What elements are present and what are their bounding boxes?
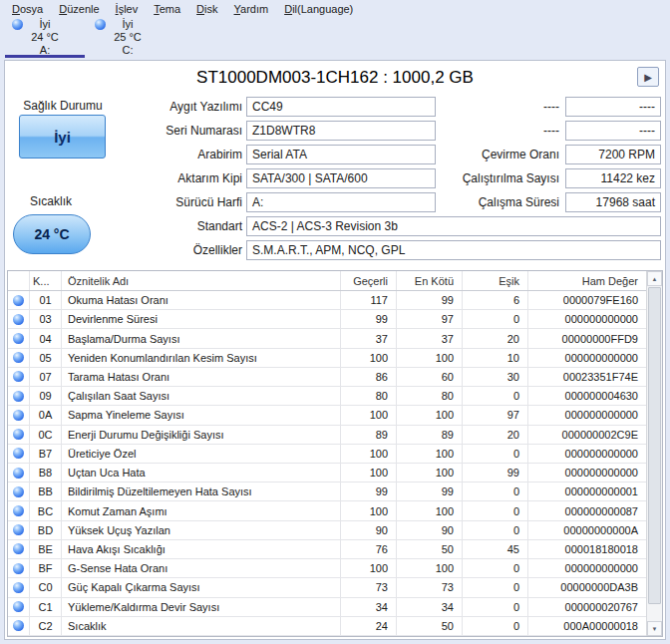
table-scrollbar[interactable]: ▲ ▼ [646,271,662,636]
attr-id: B7 [30,445,62,463]
smart-row-BD[interactable]: BDYüksek Uçuş Yazılan9090000000000000A [8,521,646,540]
header-status-column[interactable] [8,271,30,290]
attr-worst: 100 [397,501,463,519]
attr-id: B8 [30,464,62,482]
attr-raw-value: 000000000087 [528,501,646,519]
status-cell [8,387,30,405]
menu-item-0[interactable]: Dosya [4,2,51,16]
temperature-button[interactable]: 24 °C [13,214,91,254]
info-value: ---- [565,121,661,141]
status-cell [8,578,30,596]
attr-name: Sıcaklık [62,617,341,635]
menu-item-6[interactable]: Dil(Language) [276,2,361,16]
menu-item-3[interactable]: Tema [146,2,188,16]
menu-item-4[interactable]: Disk [188,2,225,16]
smart-row-BB[interactable]: BBBildirilmiş Düzeltilemeyen Hata Sayısı… [8,483,646,501]
info-value: S.M.A.R.T., APM, NCQ, GPL [246,240,661,260]
header-raw-value[interactable]: Ham Değer [528,271,646,290]
header-threshold[interactable]: Eşik [463,271,528,290]
status-good-icon [13,410,24,421]
attr-worst: 100 [397,559,463,577]
smart-row-05[interactable]: 05Yeniden Konumlandırılan Kesim Sayısı10… [8,349,646,368]
attr-worst: 60 [397,368,463,386]
status-cell [8,310,30,328]
attr-worst: 34 [397,598,463,616]
attr-current: 86 [341,368,397,386]
smart-row-B7[interactable]: B7Üreticiye Özel1001000000000000000 [8,445,646,464]
header-current[interactable]: Geçerli [341,271,397,290]
attr-threshold: 0 [463,617,528,635]
smart-row-B8[interactable]: B8Uçtan Uca Hata10010099000000000000 [8,464,646,483]
attr-worst: 90 [397,521,463,539]
info-value: Serial ATA [246,145,436,164]
attr-worst: 37 [397,329,463,347]
scroll-up-icon[interactable]: ▲ [647,271,662,286]
status-good-icon [13,505,24,516]
header-worst[interactable]: En Kötü [397,271,463,290]
attr-worst: 100 [397,406,463,424]
header-attribute-name[interactable]: Öznitelik Adı [62,271,341,290]
graph-button[interactable]: ▶ [637,67,659,87]
attr-name: Güç Kapalı Çıkarma Sayısı [62,578,341,596]
drive-selection-bar: İyi24 °CA:İyi25 °CC: [0,17,670,58]
attr-name: Tarama Hatası Oranı [62,368,341,386]
smart-row-07[interactable]: 07Tarama Hatası Oranı86603000023351F74E [8,368,646,387]
info-value: Z1D8WTR8 [246,121,436,141]
attr-current: 34 [341,598,397,616]
drive-tab-1[interactable]: İyi25 °CC: [88,17,168,58]
menu-item-2[interactable]: İşlev [108,2,147,16]
drive-letter-text: A: [5,44,85,57]
attr-current: 90 [341,521,397,539]
attr-threshold: 99 [463,464,528,482]
smart-row-BC[interactable]: BCKomut Zaman Aşımı1001000000000000087 [8,501,646,520]
menu-item-1[interactable]: Düzenle [51,2,107,16]
scrollbar-thumb[interactable] [648,287,661,604]
drive-status-icon [95,19,106,30]
header-id[interactable]: K... [30,271,62,290]
status-cell [8,329,30,347]
attr-threshold: 0 [463,483,528,500]
attr-name: Sapma Yineleme Sayısı [62,406,341,424]
attr-threshold: 97 [463,406,528,424]
attr-raw-value: 00000000FFD9 [528,329,646,347]
attr-raw-value: 000000000000 [528,559,646,577]
status-cell [8,598,30,616]
smart-row-BF[interactable]: BFG-Sense Hata Oranı1001000000000000000 [8,559,646,578]
smart-row-C1[interactable]: C1Yükleme/Kaldırma Devir Sayısı343400000… [8,598,646,617]
status-cell [8,559,30,577]
attr-raw-value: 000000000000 [528,445,646,463]
attr-worst: 73 [397,578,463,596]
disk-title: ST1000DM003-1CH162 : 1000,2 GB [5,63,665,88]
attr-id: 03 [30,310,62,328]
smart-row-BE[interactable]: BEHava Akışı Sıcaklığı765045000018180018 [8,540,646,559]
attr-id: C2 [30,617,62,635]
smart-row-04[interactable]: 04Başlama/Durma Sayısı37372000000000FFD9 [8,329,646,348]
status-cell [8,464,30,482]
drive-status-icon [12,19,23,30]
smart-row-0A[interactable]: 0ASapma Yineleme Sayısı10010097000000000… [8,406,646,425]
drive-tab-0[interactable]: İyi24 °CA: [5,17,85,58]
attr-id: BC [30,501,62,519]
smart-row-C0[interactable]: C0Güç Kapalı Çıkarma Sayısı7373000000000… [8,578,646,597]
attr-worst: 80 [397,387,463,405]
attr-worst: 99 [397,291,463,309]
main-panel: ST1000DM003-1CH162 : 1000,2 GB ▶ Sağlık … [4,60,666,640]
attr-id: BB [30,483,62,500]
smart-row-C2[interactable]: C2Sıcaklık24500000A00000018 [8,617,646,636]
attr-id: 0C [30,426,62,444]
smart-row-0C[interactable]: 0CEnerji Durumu Değişikliği Sayısı898920… [8,426,646,445]
attr-name: Bildirilmiş Düzeltilemeyen Hata Sayısı [62,483,341,500]
attr-worst: 100 [397,464,463,482]
info-label: Standart [101,216,242,236]
attr-current: 100 [341,501,397,519]
menu-bar: DosyaDüzenleİşlevTemaDiskYardımDil(Langu… [0,0,670,17]
smart-row-03[interactable]: 03Devirlenme Süresi99970000000000000 [8,310,646,329]
smart-row-01[interactable]: 01Okuma Hatası Oranı1179960000079FE160 [8,291,646,310]
menu-item-5[interactable]: Yardım [226,2,277,16]
smart-row-09[interactable]: 09Çalışılan Saat Sayısı80800000000004630 [8,387,646,406]
scroll-down-icon[interactable]: ▼ [647,621,662,636]
status-good-icon [13,601,24,612]
health-status-button[interactable]: İyi [19,115,106,159]
attr-id: 05 [30,349,62,367]
temperature-label: Sıcaklık [5,194,97,208]
